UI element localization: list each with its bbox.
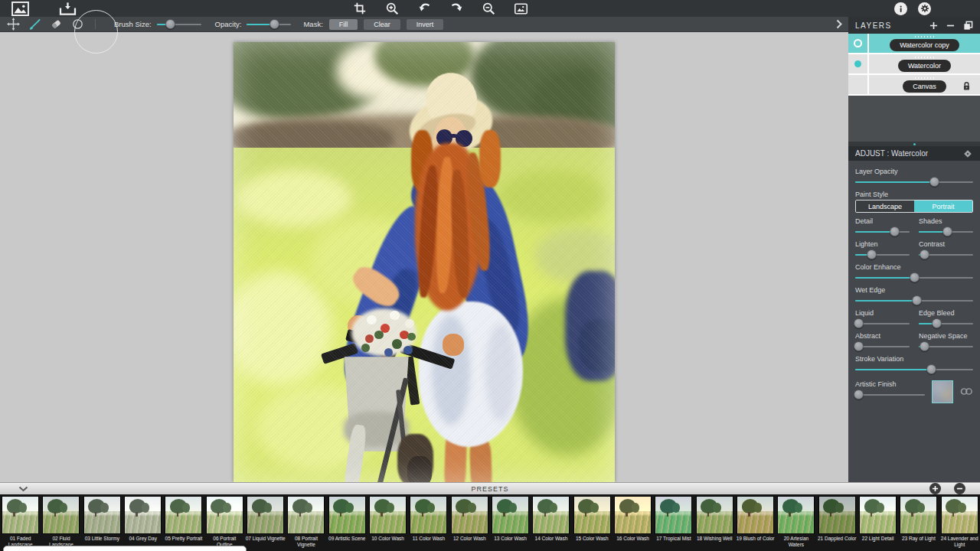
preset-item-12[interactable]: 12 Color Wash bbox=[449, 494, 490, 551]
info-icon[interactable] bbox=[894, 2, 907, 15]
photo-library-icon[interactable] bbox=[11, 0, 29, 17]
layer-visibility-cell[interactable] bbox=[848, 54, 869, 73]
add-preset-button[interactable] bbox=[929, 483, 941, 494]
brush-size-slider[interactable] bbox=[157, 19, 201, 29]
canvas-artwork[interactable] bbox=[234, 42, 615, 482]
preset-item-17[interactable]: 17 Tropical Mist bbox=[653, 494, 694, 551]
paint-style-landscape-button[interactable]: Landscape bbox=[856, 201, 914, 212]
preset-thumbnail[interactable] bbox=[328, 496, 366, 534]
preset-thumbnail[interactable] bbox=[492, 496, 529, 534]
panel-divider[interactable] bbox=[848, 142, 980, 146]
drag-handle-dots[interactable] bbox=[915, 57, 935, 58]
lighten-slider[interactable] bbox=[855, 249, 910, 259]
preset-item-19[interactable]: 19 Blush of Color bbox=[735, 494, 776, 551]
import-image-icon[interactable] bbox=[58, 0, 77, 17]
layer-main[interactable]: Watercolor bbox=[869, 54, 980, 73]
remove-layer-icon[interactable] bbox=[946, 21, 955, 30]
move-tool[interactable] bbox=[5, 18, 21, 31]
preset-item-16[interactable]: 16 Color Wash bbox=[612, 494, 653, 551]
preset-item-21[interactable]: 21 Dappled Color bbox=[817, 494, 858, 551]
preset-thumbnail[interactable] bbox=[532, 496, 570, 534]
preset-thumbnail[interactable] bbox=[206, 496, 243, 534]
preset-item-22[interactable]: 22 Light Detail bbox=[858, 494, 898, 551]
preset-item-06[interactable]: 06 Portrait Outline bbox=[204, 494, 245, 551]
wet-edge-slider[interactable] bbox=[855, 295, 973, 305]
preset-item-15[interactable]: 15 Color Wash bbox=[572, 494, 612, 551]
preset-thumbnail[interactable] bbox=[941, 496, 978, 534]
visibility-ring-icon[interactable] bbox=[854, 39, 862, 47]
preset-thumbnail[interactable] bbox=[451, 496, 488, 534]
preset-thumbnail[interactable] bbox=[369, 496, 407, 534]
layer-main[interactable]: Watercolor copy bbox=[869, 34, 980, 53]
preset-item-09[interactable]: 09 Artistic Scene bbox=[327, 494, 368, 551]
preset-item-02[interactable]: 02 Fluid Landscape bbox=[41, 494, 81, 551]
remove-preset-button[interactable] bbox=[954, 483, 965, 494]
preset-item-08[interactable]: 08 Portrait Vignette bbox=[286, 494, 326, 551]
shades-slider[interactable] bbox=[919, 227, 973, 236]
mask-fill-button[interactable]: Fill bbox=[329, 19, 358, 30]
preset-item-11[interactable]: 11 Color Wash bbox=[408, 494, 449, 551]
abstract-slider[interactable] bbox=[855, 341, 910, 351]
layer-visibility-cell[interactable] bbox=[848, 34, 869, 53]
layer-row-canvas[interactable]: Canvas bbox=[848, 75, 980, 96]
preset-item-13[interactable]: 13 Color Wash bbox=[490, 494, 531, 551]
preset-thumbnail[interactable] bbox=[247, 496, 284, 534]
crop-icon[interactable] bbox=[351, 0, 369, 17]
paint-style-portrait-button[interactable]: Portrait bbox=[914, 201, 972, 212]
liquid-slider[interactable] bbox=[855, 318, 910, 328]
detail-slider[interactable] bbox=[855, 227, 910, 236]
preset-thumbnail[interactable] bbox=[900, 496, 937, 534]
preset-item-23[interactable]: 23 Ray of Light bbox=[898, 494, 939, 551]
layer-name-pill[interactable]: Watercolor copy bbox=[890, 39, 959, 51]
redo-icon[interactable] bbox=[447, 0, 466, 17]
reset-badge-icon[interactable] bbox=[962, 148, 973, 159]
link-chain-icon[interactable] bbox=[960, 387, 973, 396]
preset-item-07[interactable]: 07 Liquid Vignette bbox=[245, 494, 286, 551]
artistic-finish-texture-thumbnail[interactable] bbox=[932, 380, 953, 403]
stroke-variation-slider[interactable] bbox=[855, 364, 973, 374]
layer-row-watercolor-copy[interactable]: Watercolor copy bbox=[848, 34, 980, 54]
color-enhance-slider[interactable] bbox=[855, 272, 973, 282]
layer-opacity-slider[interactable] bbox=[855, 177, 973, 187]
preset-item-24[interactable]: 24 Lavender and Light bbox=[939, 494, 980, 551]
preset-thumbnail[interactable] bbox=[818, 496, 856, 534]
preset-item-05[interactable]: 05 Pretty Portrait bbox=[163, 494, 204, 551]
layer-name-pill[interactable]: Watercolor bbox=[898, 60, 951, 72]
drag-handle-dots[interactable] bbox=[915, 77, 935, 79]
drag-handle-dots[interactable] bbox=[915, 36, 935, 37]
layer-name-pill[interactable]: Canvas bbox=[903, 80, 946, 93]
preset-thumbnail[interactable] bbox=[614, 496, 652, 534]
preset-thumbnail[interactable] bbox=[83, 496, 121, 534]
preset-thumbnail[interactable] bbox=[165, 496, 202, 534]
mask-clear-button[interactable]: Clear bbox=[364, 19, 400, 30]
preset-thumbnail[interactable] bbox=[737, 496, 774, 534]
panel-collapse-chevron-icon[interactable] bbox=[836, 19, 842, 29]
contrast-slider[interactable] bbox=[919, 249, 973, 259]
preset-item-03[interactable]: 03 Little Stormy bbox=[82, 494, 122, 551]
edge-bleed-slider[interactable] bbox=[919, 318, 973, 328]
paint-brush-tool[interactable] bbox=[26, 18, 43, 31]
preset-thumbnail[interactable] bbox=[777, 496, 815, 534]
preset-item-01[interactable]: 01 Faded Landscape bbox=[0, 494, 41, 551]
preset-item-10[interactable]: 10 Color Wash bbox=[368, 494, 408, 551]
preset-item-20[interactable]: 20 Artesian Waters bbox=[776, 494, 816, 551]
preset-thumbnail[interactable] bbox=[410, 496, 447, 534]
layer-row-watercolor[interactable]: Watercolor bbox=[848, 54, 980, 75]
preset-item-14[interactable]: 14 Color Wash bbox=[531, 494, 571, 551]
preset-thumbnail[interactable] bbox=[655, 496, 692, 534]
negative-space-slider[interactable] bbox=[919, 341, 973, 351]
brush-shape-tool[interactable] bbox=[69, 18, 86, 31]
preset-thumbnail[interactable] bbox=[859, 496, 897, 534]
zoom-out-icon[interactable] bbox=[479, 0, 498, 17]
fit-to-screen-icon[interactable] bbox=[511, 0, 530, 17]
add-layer-icon[interactable] bbox=[929, 21, 938, 30]
preset-thumbnail[interactable] bbox=[124, 496, 162, 534]
eraser-tool[interactable] bbox=[47, 18, 64, 31]
preset-item-04[interactable]: 04 Grey Day bbox=[122, 494, 163, 551]
opacity-slider[interactable] bbox=[247, 19, 291, 29]
preset-thumbnail[interactable] bbox=[42, 496, 80, 534]
layer-main[interactable]: Canvas bbox=[869, 75, 980, 94]
preset-item-18[interactable]: 18 Wishing Well bbox=[694, 494, 735, 551]
artistic-finish-slider[interactable] bbox=[855, 390, 925, 399]
preset-thumbnail[interactable] bbox=[573, 496, 611, 534]
